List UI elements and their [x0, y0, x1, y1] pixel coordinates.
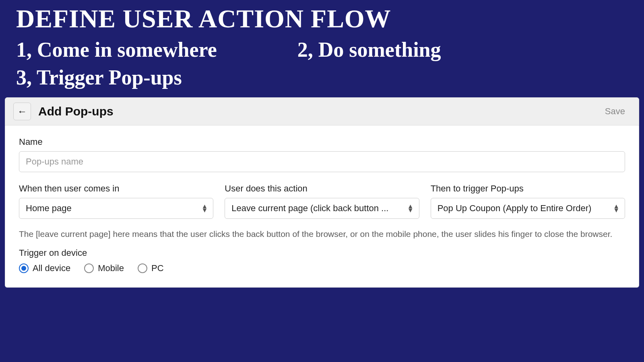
select-row: When then user comes in Home page ▲▼ Use… [19, 183, 625, 219]
trigger-column: Then to trigger Pop-ups Pop Up Coupon (A… [431, 183, 625, 219]
device-radio-group: All device Mobile PC [19, 263, 625, 274]
slide-step-1: 1, Come in somewhere [16, 38, 217, 62]
when-column: When then user comes in Home page ▲▼ [19, 183, 213, 219]
device-radio-pc-label: PC [151, 263, 164, 274]
trigger-label: Then to trigger Pop-ups [431, 183, 625, 194]
help-text: The [leave current page] here means that… [19, 228, 625, 241]
device-radio-pc[interactable]: PC [138, 263, 164, 274]
device-label: Trigger on device [19, 248, 625, 258]
form-panel: ← Add Pop-ups Save Name When then user c… [5, 97, 639, 288]
panel-title: Add Pop-ups [38, 105, 592, 118]
trigger-select-value: Pop Up Coupon (Apply to Entire Order) [438, 203, 592, 214]
slide-title: DEFINE USER ACTION FLOW [16, 4, 628, 34]
radio-icon [19, 263, 29, 273]
name-input[interactable] [19, 151, 625, 172]
device-radio-all-label: All device [33, 263, 70, 274]
device-radio-mobile-label: Mobile [98, 263, 124, 274]
radio-icon [84, 263, 94, 273]
when-label: When then user comes in [19, 183, 213, 194]
device-radio-all[interactable]: All device [19, 263, 70, 274]
action-label: User does this action [225, 183, 419, 194]
when-select[interactable]: Home page [19, 198, 213, 219]
back-button[interactable]: ← [13, 103, 31, 120]
action-select[interactable]: Leave current page (click back button ..… [225, 198, 419, 219]
name-label: Name [19, 137, 625, 147]
trigger-select[interactable]: Pop Up Coupon (Apply to Entire Order) [431, 198, 625, 219]
save-button[interactable]: Save [599, 103, 631, 120]
panel-header: ← Add Pop-ups Save [5, 97, 639, 125]
slide-step-2: 2, Do something [297, 38, 441, 62]
action-select-value: Leave current page (click back button ..… [231, 203, 388, 214]
slide-steps: 1, Come in somewhere 2, Do something 3, … [16, 38, 628, 89]
when-select-value: Home page [26, 203, 72, 214]
slide-header: DEFINE USER ACTION FLOW 1, Come in somew… [0, 0, 644, 97]
back-arrow-icon: ← [17, 106, 27, 117]
action-column: User does this action Leave current page… [225, 183, 419, 219]
slide-step-3: 3, Trigger Pop-ups [16, 66, 182, 89]
radio-icon [138, 263, 147, 273]
panel-body: Name When then user comes in Home page ▲… [5, 125, 639, 288]
device-radio-mobile[interactable]: Mobile [84, 263, 124, 274]
